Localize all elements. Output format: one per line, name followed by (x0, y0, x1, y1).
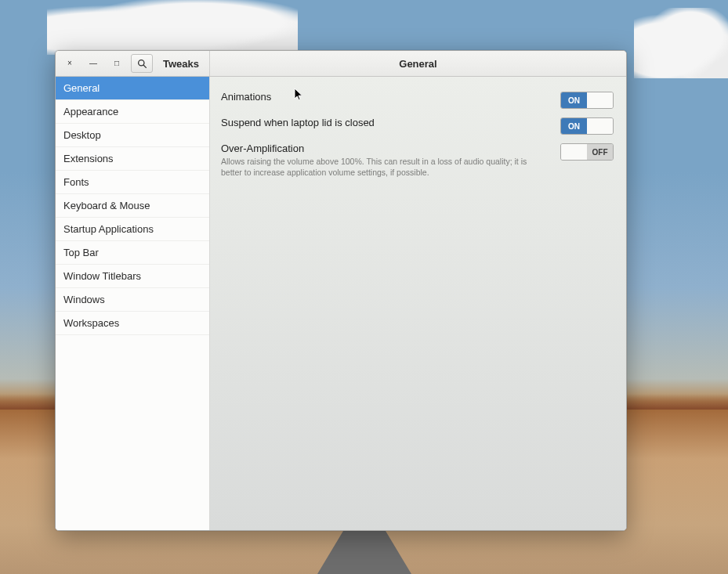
maximize-button[interactable]: □ (107, 54, 126, 73)
sidebar-item-workspaces[interactable]: Workspaces (56, 312, 209, 335)
search-icon (137, 59, 147, 69)
setting-text: Animations (221, 91, 560, 103)
sidebar-item-fonts[interactable]: Fonts (56, 171, 209, 194)
window-body: GeneralAppearanceDesktopExtensionsFontsK… (56, 77, 626, 530)
sidebar-item-windows[interactable]: Windows (56, 288, 209, 312)
app-title: Tweaks (163, 58, 199, 70)
setting-row: AnimationsONOFF (221, 88, 614, 114)
sidebar-item-keyboard-mouse[interactable]: Keyboard & Mouse (56, 194, 209, 218)
switch-on-label: ON (561, 92, 587, 108)
toggle-switch[interactable]: ONOFF (560, 92, 614, 109)
desktop-cloud (634, 8, 728, 78)
sidebar-item-startup-applications[interactable]: Startup Applications (56, 218, 209, 241)
toggle-switch[interactable]: ONOFF (560, 143, 614, 161)
switch-off-label: OFF (587, 144, 613, 160)
setting-row: Over-AmplificationAllows raising the vol… (221, 139, 614, 182)
desktop-cloud (47, 0, 298, 55)
minimize-icon: — (89, 60, 97, 67)
toggle-switch[interactable]: ONOFF (560, 117, 614, 135)
switch-on-label: ON (561, 144, 587, 160)
titlebar: × — □ Tweaks General (56, 51, 626, 77)
page-title: General (399, 58, 436, 70)
sidebar-item-general[interactable]: General (56, 77, 209, 100)
setting-description: Allows raising the volume above 100%. Th… (221, 156, 549, 178)
close-icon: × (67, 60, 72, 67)
search-button[interactable] (131, 54, 153, 73)
minimize-button[interactable]: — (84, 54, 103, 73)
svg-line-1 (143, 65, 146, 67)
sidebar-item-top-bar[interactable]: Top Bar (56, 241, 209, 265)
sidebar: GeneralAppearanceDesktopExtensionsFontsK… (56, 77, 210, 530)
switch-off-label: OFF (587, 92, 613, 108)
titlebar-right: General (210, 51, 626, 76)
sidebar-item-appearance[interactable]: Appearance (56, 100, 209, 124)
maximize-icon: □ (114, 60, 119, 67)
setting-label: Over-Amplification (221, 143, 549, 154)
switch-on-label: ON (561, 118, 587, 134)
setting-text: Suspend when laptop lid is closed (221, 117, 560, 128)
sidebar-item-extensions[interactable]: Extensions (56, 147, 209, 171)
sidebar-item-desktop[interactable]: Desktop (56, 124, 209, 147)
setting-text: Over-AmplificationAllows raising the vol… (221, 143, 560, 178)
setting-label: Animations (221, 91, 549, 103)
sidebar-item-window-titlebars[interactable]: Window Titlebars (56, 265, 209, 288)
titlebar-left: × — □ Tweaks (56, 51, 210, 76)
tweaks-window: × — □ Tweaks General GeneralAppearanceDe… (55, 50, 627, 531)
content-pane: AnimationsONOFFSuspend when laptop lid i… (210, 77, 626, 530)
close-button[interactable]: × (60, 54, 79, 73)
setting-label: Suspend when laptop lid is closed (221, 117, 549, 128)
setting-row: Suspend when laptop lid is closedONOFF (221, 114, 614, 139)
switch-off-label: OFF (587, 118, 613, 134)
